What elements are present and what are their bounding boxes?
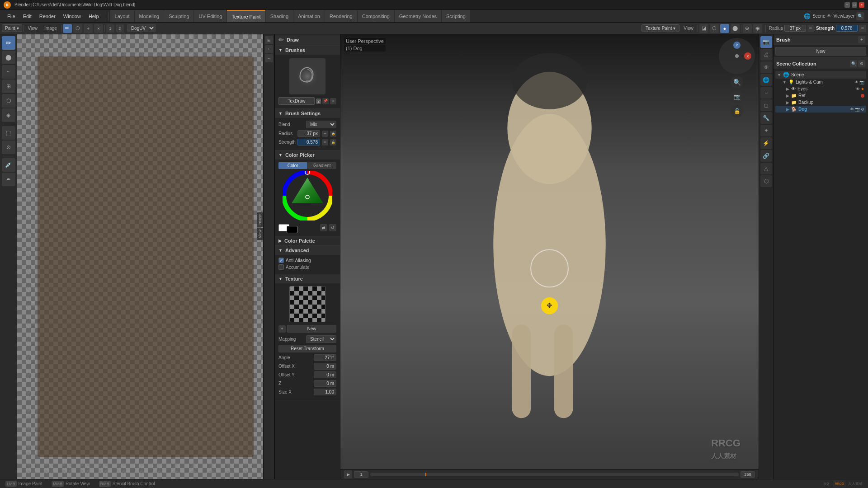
swap-colors-btn[interactable]: ⇄ <box>320 224 327 231</box>
render-props-icon[interactable]: 📷 <box>760 36 772 48</box>
radius-prop-field[interactable]: 37 px <box>297 130 320 137</box>
strength-pen-btn[interactable]: ✏ <box>322 139 328 145</box>
scene-collection-root[interactable]: ▼ 🌐 Scene <box>775 71 866 79</box>
texture-preview[interactable] <box>289 286 326 322</box>
nav-zoom-btn[interactable]: 🔍 <box>731 76 743 89</box>
fill-tool-btn[interactable]: ⬡ <box>73 24 82 33</box>
radius-pen-btn[interactable]: ✏ <box>322 131 328 137</box>
new-brush-btn[interactable]: New <box>775 47 866 56</box>
material-props-icon[interactable]: ⬡ <box>760 175 772 187</box>
ws-texture-paint[interactable]: Texture Paint <box>227 10 265 22</box>
ws-layout[interactable]: Layout <box>110 10 134 22</box>
timeline-bar[interactable] <box>370 473 739 476</box>
annotate-tool[interactable]: ✒ <box>2 173 15 186</box>
new-texture-btn[interactable]: New <box>287 325 336 333</box>
output-props-icon[interactable]: 🖨 <box>760 49 772 61</box>
menu-file[interactable]: File <box>4 13 19 20</box>
menu-help[interactable]: Help <box>85 13 103 20</box>
mask-tool[interactable]: ◈ <box>2 108 15 122</box>
image-select[interactable]: DogUV <box>127 24 156 32</box>
uv-image-btn[interactable]: Image <box>42 25 60 32</box>
nav-lock-btn[interactable]: 🔓 <box>731 105 743 117</box>
collection-backup[interactable]: ▶ 📁 Backup <box>775 99 866 106</box>
constraints-props-icon[interactable]: 🔗 <box>760 150 772 162</box>
lights-visible-icon[interactable]: 👁 <box>854 80 859 84</box>
dog-render-icon[interactable]: 📷 <box>855 107 860 112</box>
snap-2[interactable]: 2 <box>116 24 124 33</box>
angle-field[interactable]: 271° <box>314 354 336 361</box>
ws-geometry[interactable]: Geometry Nodes <box>395 10 441 22</box>
z-field[interactable]: 0 m <box>314 380 336 387</box>
viewport-view-btn[interactable]: View <box>681 25 696 32</box>
uv-view-btn[interactable]: View <box>25 25 41 32</box>
overlay-btn[interactable]: ◉ <box>753 24 762 33</box>
uv-zoom-fit[interactable]: ⊞ <box>265 36 273 44</box>
anti-aliasing-checkbox[interactable]: ✓ <box>278 258 284 263</box>
scene-props-icon[interactable]: 🌐 <box>760 74 772 86</box>
reset-transform-btn[interactable]: Reset Transform <box>278 345 336 352</box>
lights-render-icon[interactable]: 📷 <box>859 80 864 84</box>
material-shading[interactable]: ⬡ <box>710 24 719 33</box>
search-btn[interactable]: 🔍 <box>856 12 864 20</box>
modifier-props-icon[interactable]: 🔧 <box>760 112 772 124</box>
solid-shading[interactable]: ◪ <box>699 24 708 33</box>
maximize-btn[interactable]: □ <box>852 2 857 8</box>
texture-section-header[interactable]: ▼ Texture <box>275 274 340 283</box>
brush-name-field[interactable]: TexDraw <box>278 97 315 105</box>
close-btn[interactable]: × <box>859 2 864 8</box>
play-btn[interactable]: ▶ <box>344 470 352 479</box>
strength-prop-field[interactable]: 0.578 <box>297 139 320 145</box>
snap-1[interactable]: 1 <box>106 24 114 33</box>
scene-options-btn[interactable]: ⚙ <box>858 60 865 67</box>
viewport-3d[interactable]: ✥ User Perspective (1) Dog Y X 🔍 📷 🔓 RRC… <box>340 34 759 479</box>
color-dropper[interactable]: 💉 <box>2 158 15 172</box>
strength-lock-btn[interactable]: 🔒 <box>330 139 336 145</box>
frame-start[interactable]: 1 <box>354 471 368 478</box>
lasso-mask-tool[interactable]: ⊙ <box>2 141 15 154</box>
view-layer-icon[interactable]: 👁 <box>760 61 772 73</box>
ws-modeling[interactable]: Modeling <box>135 10 164 22</box>
menu-window[interactable]: Window <box>60 13 85 20</box>
color-palette-header[interactable]: ▶ Color Palette <box>275 236 340 245</box>
brush-settings-header[interactable]: ▼ Brush Settings <box>275 109 340 118</box>
uv-zoom-in[interactable]: + <box>265 45 273 53</box>
radius-field[interactable]: 37 px <box>784 25 806 32</box>
clone-tool[interactable]: ⊞ <box>2 80 15 93</box>
minimize-btn[interactable]: − <box>844 2 850 8</box>
texture-paint-mode[interactable]: Texture Paint ▾ <box>642 24 679 32</box>
smear-tool[interactable]: ~ <box>2 65 15 79</box>
offset-x-field[interactable]: 0 m <box>314 363 336 370</box>
dog-settings-icon[interactable]: ⚙ <box>861 107 864 112</box>
collection-dog[interactable]: ▶ 🐕 Dog 👁 📷 ⚙ <box>775 106 866 113</box>
menu-edit[interactable]: Edit <box>19 13 35 20</box>
ws-sculpting[interactable]: Sculpting <box>164 10 193 22</box>
uv-sidebar-view-tab[interactable]: View <box>257 228 263 240</box>
box-mask-tool[interactable]: ⬚ <box>2 126 15 140</box>
advanced-section-header[interactable]: ▼ Advanced <box>275 246 340 255</box>
ws-scripting[interactable]: Scripting <box>442 10 470 22</box>
eyes-visible-icon[interactable]: 👁 <box>856 87 860 91</box>
draw-tool-btn[interactable]: ✏ <box>63 24 72 33</box>
color-tab[interactable]: Color <box>278 162 307 169</box>
physics-props-icon[interactable]: ⚡ <box>760 137 772 149</box>
dog-visible-icon[interactable]: 👁 <box>850 107 854 112</box>
nav-camera-btn[interactable]: 📷 <box>731 90 743 103</box>
object-props-icon[interactable]: ◻ <box>760 99 772 111</box>
soften-tool[interactable]: ⬤ <box>2 51 15 64</box>
ws-animation[interactable]: Animation <box>293 10 325 22</box>
brush-x-btn[interactable]: × <box>330 98 336 104</box>
rendered-shading[interactable]: ● <box>720 24 729 33</box>
size-x-field[interactable]: 1.00 <box>314 389 336 395</box>
eevee-btn[interactable]: ⬤ <box>731 24 740 33</box>
nav-gizmo[interactable]: Y X <box>719 38 755 74</box>
draw-tool[interactable]: ✏ <box>2 36 15 50</box>
gradient-tab[interactable]: Gradient <box>308 162 337 169</box>
particles-props-icon[interactable]: ✦ <box>760 125 772 136</box>
radius-edit-btn[interactable]: ✏ <box>807 25 815 32</box>
collection-eyes[interactable]: ▶ 👁 Eyes 👁 ★ <box>775 85 866 92</box>
frame-end[interactable]: 250 <box>741 471 755 478</box>
strength-field[interactable]: 0.578 <box>836 25 858 32</box>
eyes-render-icon[interactable]: ★ <box>861 87 864 91</box>
collection-lights[interactable]: ▼ 💡 Lights & Cam 👁 📷 <box>775 79 866 85</box>
uv-sidebar-image-tab[interactable]: Image <box>257 212 263 227</box>
